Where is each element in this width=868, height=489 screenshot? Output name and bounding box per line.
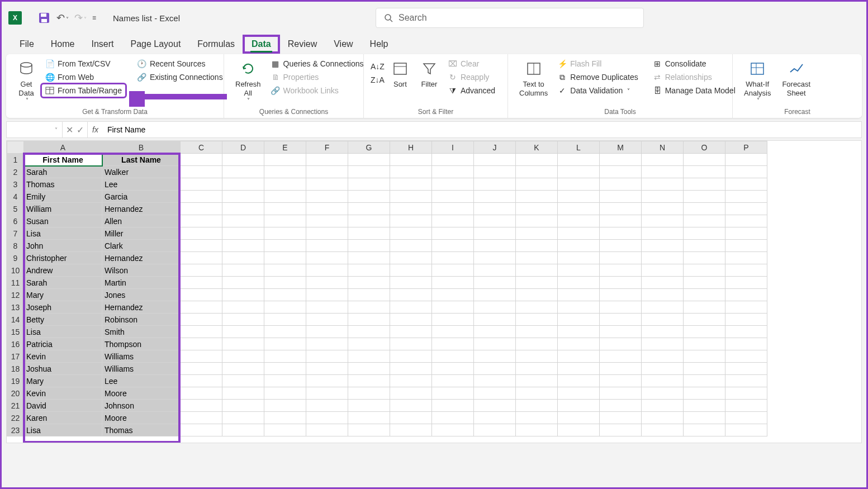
tab-insert[interactable]: Insert [83, 36, 121, 53]
cell[interactable] [348, 277, 390, 289]
cell[interactable] [684, 203, 725, 215]
cell[interactable] [306, 363, 348, 375]
row-header[interactable]: 17 [7, 350, 24, 363]
cell[interactable] [306, 387, 348, 400]
cell[interactable] [600, 289, 642, 301]
cell[interactable] [474, 424, 516, 436]
cell[interactable] [642, 289, 684, 301]
sort-button[interactable]: Sort [387, 58, 414, 91]
row-header[interactable]: 21 [7, 400, 24, 412]
cell[interactable] [725, 375, 767, 387]
cell[interactable] [181, 289, 222, 301]
cell[interactable] [725, 166, 767, 178]
cell[interactable]: Allen [102, 215, 181, 227]
cell[interactable] [642, 178, 684, 191]
cell[interactable] [306, 166, 348, 178]
cell[interactable]: John [24, 240, 102, 252]
cell[interactable] [684, 400, 725, 412]
cell[interactable] [264, 240, 306, 252]
row-header[interactable]: 16 [7, 338, 24, 350]
cell[interactable] [181, 252, 222, 264]
cell[interactable] [516, 350, 558, 363]
cell[interactable] [432, 277, 474, 289]
cell[interactable] [600, 264, 642, 277]
cell[interactable] [390, 375, 432, 387]
cell[interactable] [264, 215, 306, 227]
cell[interactable] [348, 350, 390, 363]
cell[interactable] [642, 314, 684, 326]
cell[interactable]: Joshua [24, 363, 102, 375]
cell[interactable]: Betty [24, 314, 102, 326]
cell[interactable] [348, 178, 390, 191]
cell[interactable] [558, 338, 600, 350]
cell[interactable] [558, 375, 600, 387]
cell[interactable] [432, 154, 474, 166]
cell[interactable] [432, 400, 474, 412]
cell[interactable] [725, 363, 767, 375]
cell[interactable] [432, 350, 474, 363]
cell[interactable] [348, 301, 390, 314]
cell[interactable] [222, 363, 264, 375]
cell[interactable] [264, 350, 306, 363]
column-header[interactable]: B [102, 141, 181, 154]
cell[interactable] [390, 363, 432, 375]
cell[interactable] [474, 178, 516, 191]
row-header[interactable]: 13 [7, 301, 24, 314]
cell[interactable]: Thompson [102, 338, 181, 350]
cell[interactable]: Williams [102, 363, 181, 375]
cell[interactable] [474, 227, 516, 240]
cell[interactable] [306, 227, 348, 240]
cell[interactable] [264, 375, 306, 387]
cell[interactable] [600, 191, 642, 203]
recent-sources-button[interactable]: 🕐Recent Sources [134, 58, 226, 70]
cell[interactable] [558, 363, 600, 375]
cell[interactable] [306, 277, 348, 289]
from-web-button[interactable]: 🌐From Web [42, 71, 125, 83]
cell[interactable] [516, 314, 558, 326]
cell[interactable] [222, 203, 264, 215]
cell[interactable] [642, 412, 684, 424]
from-table-range-button[interactable]: From Table/Range [42, 84, 125, 97]
cell[interactable] [222, 338, 264, 350]
cell[interactable] [516, 326, 558, 338]
row-header[interactable]: 7 [7, 227, 24, 240]
cell[interactable] [474, 350, 516, 363]
cell[interactable] [306, 203, 348, 215]
cell[interactable] [725, 252, 767, 264]
cell[interactable] [474, 412, 516, 424]
cell[interactable] [181, 363, 222, 375]
cell[interactable] [306, 289, 348, 301]
cell[interactable]: Karen [24, 412, 102, 424]
cell[interactable]: Emily [24, 191, 102, 203]
cell[interactable]: Miller [102, 227, 181, 240]
cell[interactable] [725, 350, 767, 363]
cell[interactable]: Johnson [102, 400, 181, 412]
cell[interactable]: Moore [102, 412, 181, 424]
cell[interactable] [558, 400, 600, 412]
cell[interactable] [474, 240, 516, 252]
cell[interactable] [600, 326, 642, 338]
cell[interactable] [516, 363, 558, 375]
cell[interactable]: Hernandez [102, 301, 181, 314]
cell[interactable] [600, 387, 642, 400]
cell[interactable] [684, 154, 725, 166]
row-header[interactable]: 19 [7, 375, 24, 387]
cell[interactable]: Garcia [102, 191, 181, 203]
cell[interactable] [474, 314, 516, 326]
cell[interactable] [390, 400, 432, 412]
cell[interactable] [348, 252, 390, 264]
cell[interactable]: Walker [102, 166, 181, 178]
cell[interactable] [642, 375, 684, 387]
cell[interactable] [390, 326, 432, 338]
cell[interactable] [348, 400, 390, 412]
cell[interactable]: Joseph [24, 301, 102, 314]
cell[interactable] [474, 301, 516, 314]
cell[interactable] [390, 191, 432, 203]
cell[interactable] [432, 166, 474, 178]
cell[interactable] [642, 424, 684, 436]
cell[interactable] [558, 326, 600, 338]
cell[interactable] [432, 227, 474, 240]
cell[interactable] [306, 252, 348, 264]
cell[interactable] [725, 264, 767, 277]
cell[interactable] [725, 338, 767, 350]
